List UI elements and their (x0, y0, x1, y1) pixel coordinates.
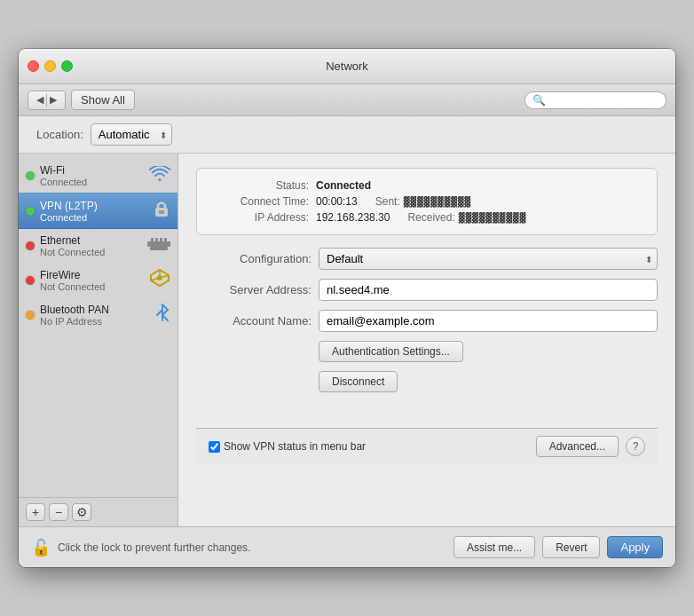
sidebar-list: Wi-Fi Connected (19, 154, 177, 497)
svg-rect-1 (159, 210, 164, 214)
wifi-status-dot (26, 171, 35, 180)
config-label: Configuration: (196, 252, 312, 265)
bottom-right: Advanced... ? (536, 436, 645, 457)
server-input[interactable] (319, 279, 658, 301)
window-title: Network (326, 59, 368, 73)
svg-rect-7 (150, 247, 168, 250)
disconnect-button[interactable]: Disconnect (319, 371, 398, 392)
wifi-name: Wi-Fi (40, 164, 144, 177)
sidebar-footer: + − ⚙ (19, 497, 177, 526)
show-vpn-label[interactable]: Show VPN status in menu bar (209, 440, 366, 453)
location-select-wrapper[interactable]: Automatic Home Work (91, 123, 172, 146)
ip-value: 192.168.238.30 (316, 211, 390, 224)
firewire-status: Not Connected (40, 281, 144, 292)
revert-button[interactable]: Revert (542, 536, 600, 558)
firewire-name: FireWire (40, 269, 144, 281)
assist-me-button[interactable]: Assist me... (453, 536, 535, 558)
status-row: Status: Connected (211, 179, 643, 192)
received-key: Received: (407, 211, 454, 224)
nav-back-forward[interactable]: ◀ ▶ (28, 91, 66, 110)
status-section: Status: Connected Connect Time: 00:00:13… (196, 168, 658, 235)
action-buttons: Authentication Settings... (319, 341, 658, 362)
auth-settings-button[interactable]: Authentication Settings... (319, 341, 463, 362)
account-label: Account Name: (196, 314, 312, 328)
wifi-status: Connected (40, 177, 144, 187)
status-key: Status: (211, 179, 309, 192)
detail-panel: Status: Connected Connect Time: 00:00:13… (178, 154, 675, 526)
footer: 🔓 Click the lock to prevent further chan… (19, 526, 675, 567)
server-row: Server Address: (196, 279, 658, 301)
show-all-button[interactable]: Show All (71, 90, 135, 110)
network-window: Network ◀ ▶ Show All 🔍 Location: Automat… (19, 49, 675, 567)
help-button[interactable]: ? (626, 437, 645, 456)
sent-value: ▓▓▓▓▓▓▓▓▓▓ (404, 196, 471, 208)
connect-time-value: 00:00:13 (316, 195, 358, 208)
ethernet-status-dot (26, 241, 35, 250)
svg-rect-2 (147, 241, 170, 247)
close-button[interactable] (28, 60, 39, 72)
sidebar-item-bluetooth[interactable]: Bluetooth PAN No IP Address (19, 297, 177, 332)
account-input[interactable] (319, 310, 658, 332)
sidebar-item-ethernet[interactable]: Ethernet Not Connected (19, 229, 177, 263)
maximize-button[interactable] (61, 60, 73, 72)
wifi-info: Wi-Fi Connected (40, 164, 144, 187)
ethernet-info: Ethernet Not Connected (40, 234, 142, 257)
svg-rect-4 (155, 238, 158, 241)
config-select[interactable]: Default Manual (319, 248, 658, 270)
ip-row: IP Address: 192.168.238.30 Received: ▓▓▓… (211, 211, 643, 224)
sidebar-item-wifi[interactable]: Wi-Fi Connected (19, 159, 177, 193)
sidebar-item-vpn[interactable]: VPN (L2TP) Connected (19, 193, 177, 229)
bluetooth-icon (154, 303, 170, 327)
vpn-name: VPN (L2TP) (40, 200, 147, 212)
bluetooth-name: Bluetooth PAN (40, 304, 149, 316)
footer-buttons: Assist me... Revert Apply (453, 536, 663, 558)
server-label: Server Address: (196, 283, 312, 296)
add-service-button[interactable]: + (26, 503, 45, 521)
action-menu-button[interactable]: ⚙ (72, 503, 91, 521)
back-icon: ◀ (34, 94, 46, 106)
connect-time-row: Connect Time: 00:00:13 Sent: ▓▓▓▓▓▓▓▓▓▓ (211, 195, 643, 208)
footer-text: Click the lock to prevent further change… (58, 541, 446, 554)
firewire-status-dot (26, 276, 35, 285)
bluetooth-info: Bluetooth PAN No IP Address (40, 304, 149, 327)
location-label: Location: (36, 128, 83, 141)
svg-rect-5 (160, 238, 162, 241)
ethernet-status: Not Connected (40, 247, 142, 257)
search-input[interactable] (549, 94, 659, 107)
bluetooth-status: No IP Address (40, 316, 149, 327)
connect-time-key: Connect Time: (211, 195, 309, 208)
config-row: Configuration: Default Manual (196, 248, 658, 270)
traffic-lights (28, 60, 73, 72)
search-box[interactable]: 🔍 (524, 91, 666, 109)
remove-service-button[interactable]: − (49, 503, 68, 521)
config-select-wrapper[interactable]: Default Manual (319, 248, 658, 270)
sent-key: Sent: (375, 195, 400, 208)
minimize-button[interactable] (44, 60, 56, 72)
account-row: Account Name: (196, 310, 658, 332)
svg-rect-6 (164, 238, 167, 241)
show-vpn-checkbox[interactable] (209, 441, 220, 453)
ethernet-name: Ethernet (40, 234, 142, 247)
sidebar: Wi-Fi Connected (19, 154, 178, 526)
sidebar-item-firewire[interactable]: FireWire Not Connected (19, 263, 177, 297)
location-select[interactable]: Automatic Home Work (91, 123, 172, 146)
status-value: Connected (316, 179, 371, 192)
bluetooth-status-dot (26, 311, 35, 320)
vpn-status: Connected (40, 212, 147, 223)
lock-icon[interactable]: 🔓 (31, 538, 51, 557)
disconnect-row: Disconnect (319, 371, 658, 392)
firewire-icon (149, 268, 170, 292)
received-value: ▓▓▓▓▓▓▓▓▓▓ (459, 212, 526, 224)
apply-button[interactable]: Apply (607, 536, 663, 558)
vpn-status-dot (26, 207, 35, 216)
titlebar: Network (19, 49, 675, 84)
vpn-bar: Show VPN status in menu bar Advanced... … (196, 428, 658, 464)
wifi-icon (149, 166, 170, 186)
firewire-info: FireWire Not Connected (40, 269, 144, 292)
content-area: Wi-Fi Connected (19, 154, 675, 526)
ip-key: IP Address: (211, 211, 309, 224)
advanced-button[interactable]: Advanced... (536, 436, 619, 457)
show-vpn-text: Show VPN status in menu bar (224, 440, 366, 453)
location-bar: Location: Automatic Home Work (19, 116, 675, 154)
forward-icon: ▶ (47, 94, 59, 106)
